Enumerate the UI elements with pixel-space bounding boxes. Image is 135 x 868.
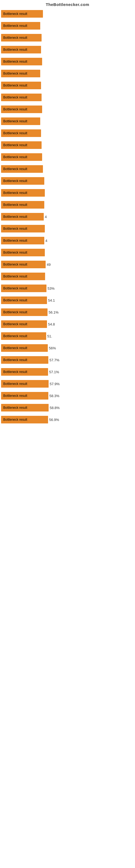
bar-label: Bottleneck result: [2, 107, 28, 111]
bar-label: Bottleneck result: [2, 131, 28, 135]
bottleneck-bar: Bottleneck result: [1, 129, 41, 137]
bar-label: Bottleneck result: [2, 95, 28, 99]
bar-container: Bottleneck result: [1, 94, 42, 101]
bar-container: Bottleneck result: [1, 380, 49, 388]
bar-label: Bottleneck result: [2, 143, 28, 147]
bar-label: Bottleneck result: [2, 72, 28, 75]
bar-label: Bottleneck result: [2, 358, 28, 362]
table-row: Bottleneck result: [0, 91, 135, 103]
bar-container: Bottleneck result: [1, 344, 48, 352]
bar-container: Bottleneck result: [1, 297, 47, 304]
bar-label: Bottleneck result: [2, 370, 28, 374]
bar-label: Bottleneck result: [2, 203, 28, 207]
bar-label: Bottleneck result: [2, 84, 28, 87]
bar-label: Bottleneck result: [2, 179, 28, 183]
bar-container: Bottleneck result: [1, 177, 44, 185]
table-row: Bottleneck result: [0, 151, 135, 163]
bar-container: Bottleneck result: [1, 308, 48, 316]
value-label: 54.1: [48, 299, 55, 303]
bar-container: Bottleneck result: [1, 22, 40, 30]
bottleneck-bar: Bottleneck result: [1, 380, 49, 388]
bottleneck-bar: Bottleneck result: [1, 82, 41, 89]
bar-label: Bottleneck result: [2, 227, 28, 230]
table-row: Bottleneck result: [0, 163, 135, 175]
bar-label: Bottleneck result: [2, 191, 28, 195]
bottleneck-bar: Bottleneck result: [1, 189, 45, 197]
bar-container: Bottleneck result: [1, 118, 40, 125]
bar-container: Bottleneck result: [1, 356, 48, 364]
bottleneck-bar: Bottleneck result: [1, 356, 48, 364]
bar-label: Bottleneck result: [2, 346, 28, 350]
bottleneck-bar: Bottleneck result: [1, 320, 47, 328]
bar-label: Bottleneck result: [2, 12, 28, 16]
table-row: Bottleneck result: [0, 187, 135, 199]
table-row: Bottleneck result58.8%: [0, 402, 135, 414]
bottleneck-bar: Bottleneck result: [1, 58, 42, 65]
table-row: Bottleneck result58.3%: [0, 390, 135, 402]
bar-container: Bottleneck result: [1, 141, 42, 149]
bar-container: Bottleneck result: [1, 129, 41, 137]
table-row: Bottleneck result53%: [0, 282, 135, 294]
bottleneck-bar: Bottleneck result: [1, 249, 45, 256]
value-label: 4: [45, 239, 47, 243]
bar-container: Bottleneck result: [1, 392, 48, 400]
bottleneck-bar: Bottleneck result: [1, 165, 43, 173]
table-row: Bottleneck result4: [0, 235, 135, 247]
value-label: 49: [47, 262, 50, 267]
bottleneck-bar: Bottleneck result: [1, 416, 48, 424]
bottleneck-bar: Bottleneck result: [1, 177, 44, 185]
bar-container: Bottleneck result: [1, 189, 45, 197]
table-row: Bottleneck result: [0, 127, 135, 139]
bar-label: Bottleneck result: [2, 275, 28, 278]
bar-container: Bottleneck result: [1, 249, 45, 256]
bottleneck-bar: Bottleneck result: [1, 118, 40, 125]
site-title: TheBottlenecker.com: [46, 2, 89, 7]
bottleneck-bar: Bottleneck result: [1, 273, 45, 280]
value-label: 54.8: [48, 322, 55, 326]
bar-label: Bottleneck result: [2, 215, 28, 219]
bottleneck-bar: Bottleneck result: [1, 141, 42, 149]
bar-label: Bottleneck result: [2, 299, 28, 302]
bottleneck-bar: Bottleneck result: [1, 332, 46, 340]
bar-container: Bottleneck result: [1, 58, 42, 65]
bar-container: Bottleneck result: [1, 34, 42, 41]
bottleneck-bar: Bottleneck result: [1, 284, 46, 292]
bar-container: Bottleneck result: [1, 416, 48, 424]
table-row: Bottleneck result: [0, 67, 135, 80]
bar-label: Bottleneck result: [2, 406, 28, 410]
bar-container: Bottleneck result: [1, 213, 44, 220]
bottleneck-bar: Bottleneck result: [1, 225, 45, 232]
table-row: Bottleneck result: [0, 8, 135, 20]
bar-label: Bottleneck result: [2, 155, 28, 159]
bar-container: Bottleneck result: [1, 225, 45, 232]
table-row: Bottleneck result: [0, 139, 135, 151]
bar-label: Bottleneck result: [2, 322, 28, 326]
bottleneck-bar: Bottleneck result: [1, 368, 48, 376]
bottleneck-bar: Bottleneck result: [1, 70, 40, 77]
table-row: Bottleneck result: [0, 80, 135, 91]
bar-label: Bottleneck result: [2, 239, 28, 243]
table-row: Bottleneck result: [0, 115, 135, 127]
bar-container: Bottleneck result: [1, 320, 47, 328]
bar-label: Bottleneck result: [2, 286, 28, 290]
table-row: Bottleneck result: [0, 223, 135, 235]
value-label: 56.9%: [49, 418, 59, 422]
bar-container: Bottleneck result: [1, 237, 44, 244]
bar-container: Bottleneck result: [1, 404, 49, 411]
bottleneck-bar: Bottleneck result: [1, 404, 49, 411]
bottleneck-bar: Bottleneck result: [1, 153, 42, 161]
value-label: 56.1%: [49, 310, 58, 314]
bar-label: Bottleneck result: [2, 119, 28, 123]
table-row: Bottleneck result: [0, 271, 135, 282]
bar-label: Bottleneck result: [2, 418, 28, 422]
bar-label: Bottleneck result: [2, 60, 28, 63]
table-row: Bottleneck result54.8: [0, 318, 135, 330]
bar-container: Bottleneck result: [1, 46, 41, 54]
value-label: 57.9%: [50, 382, 60, 386]
bar-label: Bottleneck result: [2, 36, 28, 40]
bar-container: Bottleneck result: [1, 368, 48, 376]
table-row: Bottleneck result56.9%: [0, 414, 135, 426]
table-row: Bottleneck result57.7%: [0, 354, 135, 366]
table-row: Bottleneck result: [0, 32, 135, 44]
value-label: 58.8%: [50, 406, 60, 410]
